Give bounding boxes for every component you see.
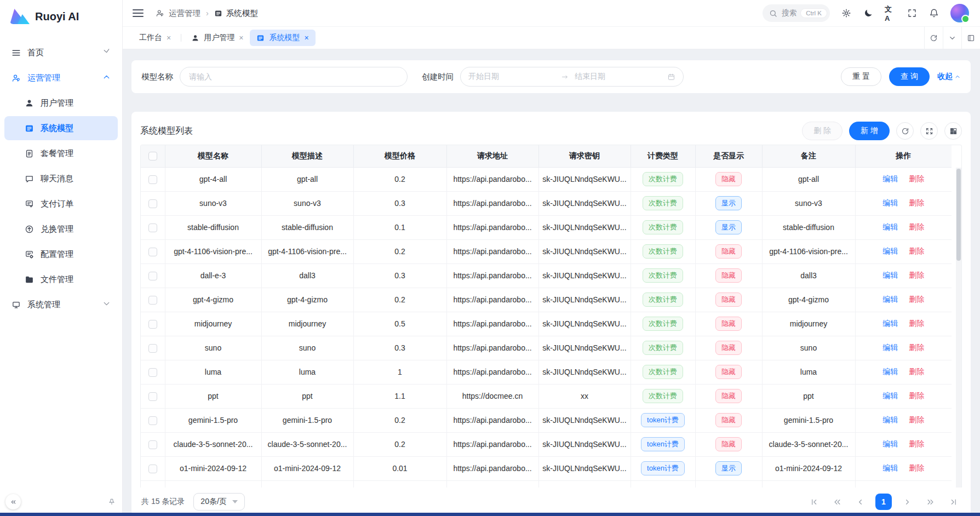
- sidebar-item-system-model[interactable]: 系统模型: [4, 116, 118, 140]
- sidebar-item-user-management[interactable]: 用户管理: [4, 91, 118, 115]
- page-size-select[interactable]: 20条/页: [193, 493, 244, 511]
- maximize-icon[interactable]: [961, 27, 980, 49]
- fullscreen-icon[interactable]: [907, 8, 918, 19]
- edit-link[interactable]: 编辑: [882, 222, 898, 231]
- start-date-placeholder[interactable]: 开始日期: [468, 72, 555, 82]
- settings-gear-icon[interactable]: [841, 8, 852, 19]
- column-header[interactable]: 模型描述: [261, 145, 353, 167]
- table-scrollbar-thumb[interactable]: [956, 169, 961, 261]
- close-icon[interactable]: [239, 34, 243, 42]
- row-checkbox[interactable]: [148, 248, 157, 256]
- column-header[interactable]: 备注: [762, 145, 855, 167]
- user-avatar[interactable]: [950, 4, 969, 22]
- column-settings-icon[interactable]: [944, 122, 962, 140]
- column-header[interactable]: 是否显示: [695, 145, 762, 167]
- breadcrumb-item[interactable]: 运营管理: [169, 8, 200, 19]
- delete-link[interactable]: 删除: [909, 415, 924, 424]
- sidebar-item-operations[interactable]: 运营管理: [4, 66, 118, 90]
- date-range-picker[interactable]: 开始日期 结束日期: [460, 67, 684, 87]
- delete-link[interactable]: 删除: [909, 319, 924, 328]
- delete-link[interactable]: 删除: [909, 367, 924, 376]
- row-checkbox[interactable]: [148, 465, 157, 473]
- next-page-button[interactable]: [899, 494, 915, 509]
- delete-link[interactable]: 删除: [909, 391, 924, 400]
- first-page-button[interactable]: [806, 494, 822, 509]
- menu-toggle-icon[interactable]: [133, 9, 144, 17]
- end-date-placeholder[interactable]: 结束日期: [575, 72, 662, 82]
- logo[interactable]: Ruoyi AI: [0, 0, 122, 33]
- search-button[interactable]: 查 询: [889, 67, 930, 86]
- row-checkbox[interactable]: [148, 296, 157, 305]
- sidebar-item-exchange-management[interactable]: 兑换管理: [4, 217, 118, 241]
- sidebar-item-home[interactable]: 首页: [4, 41, 118, 65]
- edit-link[interactable]: 编辑: [882, 174, 898, 183]
- edit-link[interactable]: 编辑: [882, 391, 898, 400]
- edit-link[interactable]: 编辑: [882, 367, 898, 376]
- tab-system-model[interactable]: 系统模型: [250, 30, 315, 46]
- edit-link[interactable]: 编辑: [882, 415, 898, 424]
- dark-mode-moon-icon[interactable]: [863, 8, 874, 19]
- sidebar-item-payment-orders[interactable]: 支付订单: [4, 192, 118, 216]
- delete-link[interactable]: 删除: [909, 463, 924, 472]
- tab-user-management[interactable]: 用户管理: [185, 30, 250, 46]
- sidebar-item-file-management[interactable]: 文件管理: [4, 267, 118, 291]
- row-checkbox[interactable]: [148, 320, 157, 329]
- row-checkbox[interactable]: [148, 440, 157, 449]
- column-header[interactable]: 计费类型: [631, 145, 695, 167]
- collapse-filters-link[interactable]: 收起: [937, 72, 961, 82]
- edit-link[interactable]: 编辑: [882, 343, 898, 352]
- select-all-checkbox[interactable]: [148, 152, 157, 160]
- edit-link[interactable]: 编辑: [882, 439, 898, 448]
- column-header[interactable]: 模型名称: [165, 145, 261, 167]
- delete-link[interactable]: 删除: [909, 343, 924, 352]
- delete-link[interactable]: 删除: [909, 174, 924, 183]
- close-icon[interactable]: [167, 34, 171, 42]
- sidebar-item-config-management[interactable]: 配置管理: [4, 242, 118, 266]
- row-checkbox[interactable]: [148, 344, 157, 353]
- column-header[interactable]: 模型价格: [353, 145, 446, 167]
- refresh-icon[interactable]: [924, 27, 943, 49]
- row-checkbox[interactable]: [148, 392, 157, 401]
- row-checkbox[interactable]: [148, 199, 157, 208]
- row-checkbox[interactable]: [148, 223, 157, 232]
- row-checkbox[interactable]: [148, 368, 157, 377]
- add-button[interactable]: 新 增: [849, 122, 890, 140]
- edit-link[interactable]: 编辑: [882, 463, 898, 472]
- close-icon[interactable]: [304, 34, 308, 42]
- prev-page-button[interactable]: [852, 494, 868, 509]
- back-five-pages-button[interactable]: [829, 494, 845, 509]
- sidebar-item-chat-messages[interactable]: 聊天消息: [4, 167, 118, 191]
- delete-link[interactable]: 删除: [909, 246, 924, 255]
- row-checkbox[interactable]: [148, 175, 157, 184]
- last-page-button[interactable]: [945, 494, 961, 509]
- current-page[interactable]: 1: [875, 494, 892, 510]
- edit-link[interactable]: 编辑: [882, 271, 898, 279]
- pin-icon[interactable]: [108, 498, 116, 506]
- delete-link[interactable]: 删除: [909, 439, 924, 448]
- row-checkbox[interactable]: [148, 272, 157, 280]
- column-header[interactable]: 操作: [855, 145, 952, 167]
- row-checkbox[interactable]: [148, 416, 157, 425]
- sidebar-collapse-button[interactable]: [5, 494, 21, 509]
- delete-link[interactable]: 删除: [909, 222, 924, 231]
- language-icon[interactable]: 文A: [885, 8, 896, 19]
- sidebar-item-system-management[interactable]: 系统管理: [4, 293, 118, 317]
- edit-link[interactable]: 编辑: [882, 246, 898, 255]
- delete-button[interactable]: 删 除: [802, 122, 843, 140]
- delete-link[interactable]: 删除: [909, 198, 924, 207]
- chevron-down-icon[interactable]: [943, 27, 961, 49]
- edit-link[interactable]: 编辑: [882, 198, 898, 207]
- notifications-bell-icon[interactable]: [929, 8, 939, 19]
- delete-link[interactable]: 删除: [909, 271, 924, 279]
- refresh-icon[interactable]: [896, 122, 914, 140]
- column-header[interactable]: 请求地址: [446, 145, 538, 167]
- edit-link[interactable]: 编辑: [882, 319, 898, 328]
- forward-five-pages-button[interactable]: [922, 494, 938, 509]
- expand-icon[interactable]: [920, 122, 938, 140]
- edit-link[interactable]: 编辑: [882, 295, 898, 303]
- sidebar-item-package-management[interactable]: 套餐管理: [4, 141, 118, 165]
- model-name-input[interactable]: [180, 67, 408, 87]
- column-header[interactable]: 请求密钥: [538, 145, 631, 167]
- tab-workbench[interactable]: 工作台: [133, 30, 177, 46]
- global-search[interactable]: 搜索 Ctrl K: [763, 4, 830, 22]
